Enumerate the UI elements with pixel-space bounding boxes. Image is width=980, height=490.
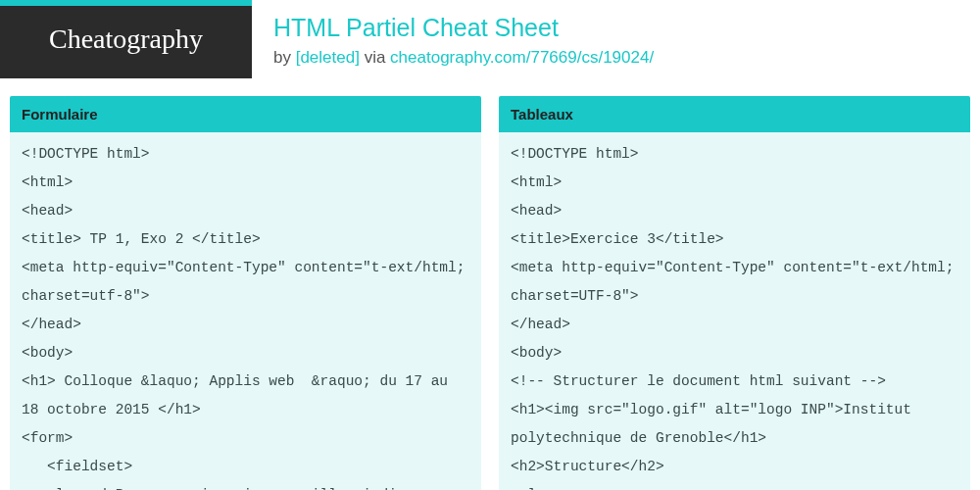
- card-formulaire: Formulaire <!DOCTYPE html> <html> <head>…: [10, 96, 481, 490]
- byline: by [deleted] via cheatography.com/77669/…: [273, 48, 654, 68]
- card-tableaux: Tableaux <!DOCTYPE html> <html> <head> <…: [499, 96, 970, 490]
- card-header-tableaux: Tableaux: [499, 96, 970, 132]
- code-formulaire: <!DOCTYPE html> <html> <head> <title> TP…: [10, 132, 481, 490]
- columns: Formulaire <!DOCTYPE html> <html> <head>…: [0, 78, 980, 490]
- logo-box: Cheatography: [0, 0, 252, 78]
- header-meta: HTML Partiel Cheat Sheet by [deleted] vi…: [252, 0, 654, 68]
- logo-text: Cheatography: [49, 24, 203, 54]
- code-tableaux: <!DOCTYPE html> <html> <head> <title>Exe…: [499, 132, 970, 490]
- source-link[interactable]: cheatography.com/77669/cs/19024/: [390, 48, 654, 67]
- byline-prefix: by: [273, 48, 296, 67]
- page-title: HTML Partiel Cheat Sheet: [273, 14, 654, 42]
- byline-via: via: [360, 48, 390, 67]
- author-link[interactable]: [deleted]: [296, 48, 360, 67]
- card-header-formulaire: Formulaire: [10, 96, 481, 132]
- page-header: Cheatography HTML Partiel Cheat Sheet by…: [0, 0, 980, 78]
